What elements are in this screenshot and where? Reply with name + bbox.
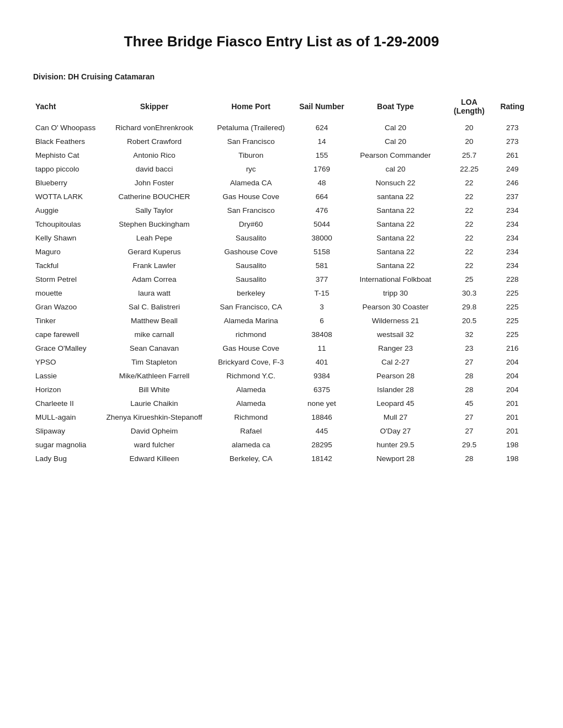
table-cell: 204 [497, 355, 530, 369]
table-cell: santana 22 [349, 190, 443, 204]
table-cell: berkeley [208, 286, 296, 300]
table-cell: San Francisco [208, 135, 296, 148]
table-cell: mike carnall [103, 328, 208, 341]
table-cell: 22 [444, 176, 497, 190]
table-cell: Cal 2-27 [349, 355, 443, 369]
table-row: Storm PetrelAdam CorreaSausalito377Inter… [33, 272, 530, 286]
table-row: HorizonBill WhiteAlameda6375Islander 282… [33, 383, 530, 397]
col-header-loa: LOA (Length) [444, 94, 497, 121]
table-cell: Sausalito [208, 231, 296, 245]
table-cell: David Opheim [103, 424, 208, 438]
table-cell: 581 [296, 259, 349, 272]
table-cell: 261 [497, 148, 530, 162]
table-cell: Sausalito [208, 259, 296, 272]
table-cell: Lassie [33, 369, 103, 383]
table-cell: Frank Lawler [103, 259, 208, 272]
table-cell: cal 20 [349, 162, 443, 176]
table-cell: tripp 30 [349, 286, 443, 300]
table-cell: Mull 27 [349, 410, 443, 424]
table-row: WOTTA LARKCatherine BOUCHERGas House Cov… [33, 190, 530, 204]
table-cell: alameda ca [208, 438, 296, 452]
table-cell: MULL-again [33, 410, 103, 424]
table-cell: cape farewell [33, 328, 103, 341]
table-cell: 11 [296, 341, 349, 355]
table-cell: Cal 20 [349, 121, 443, 135]
table-cell: Horizon [33, 383, 103, 397]
table-cell: 201 [497, 410, 530, 424]
table-cell: 6375 [296, 383, 349, 397]
table-cell: 45 [444, 397, 497, 410]
table-cell: 249 [497, 162, 530, 176]
table-cell: 234 [497, 245, 530, 259]
table-cell: 664 [296, 190, 349, 204]
table-cell: 5158 [296, 245, 349, 259]
table-cell: Mike/Kathleen Farrell [103, 369, 208, 383]
table-cell: 22 [444, 190, 497, 204]
table-cell: hunter 29.5 [349, 438, 443, 452]
table-cell: 225 [497, 314, 530, 328]
table-cell: Santana 22 [349, 259, 443, 272]
table-row: Mephisto CatAntonio RicoTiburon155Pearso… [33, 148, 530, 162]
table-cell: 6 [296, 314, 349, 328]
table-cell: 234 [497, 204, 530, 217]
table-cell: Blueberry [33, 176, 103, 190]
table-cell: Gran Wazoo [33, 300, 103, 314]
table-cell: 22 [444, 231, 497, 245]
table-cell: 27 [444, 355, 497, 369]
table-cell: 22 [444, 245, 497, 259]
table-cell: Robert Crawford [103, 135, 208, 148]
table-row: Charleete IILaurie ChaikinAlamedanone ye… [33, 397, 530, 410]
table-cell: John Foster [103, 176, 208, 190]
table-cell: International Folkboat [349, 272, 443, 286]
table-cell: david bacci [103, 162, 208, 176]
col-header-yacht: Yacht [33, 94, 103, 121]
table-row: mouettelaura wattberkeleyT-15tripp 3030.… [33, 286, 530, 300]
table-cell: Leopard 45 [349, 397, 443, 410]
table-cell: Cal 20 [349, 135, 443, 148]
table-row: Kelly ShawnLeah PepeSausalito38000Santan… [33, 231, 530, 245]
table-cell: Richard vonEhrenkrook [103, 121, 208, 135]
table-cell: 18846 [296, 410, 349, 424]
table-cell: sugar magnolia [33, 438, 103, 452]
table-cell: Newport 28 [349, 452, 443, 465]
table-row: Black FeathersRobert CrawfordSan Francis… [33, 135, 530, 148]
table-cell: Kelly Shawn [33, 231, 103, 245]
table-cell: ryc [208, 162, 296, 176]
table-cell: Rafael [208, 424, 296, 438]
table-cell: 198 [497, 452, 530, 465]
table-cell: Berkeley, CA [208, 452, 296, 465]
table-cell: Sally Taylor [103, 204, 208, 217]
table-cell: Alameda CA [208, 176, 296, 190]
table-cell: WOTTA LARK [33, 190, 103, 204]
table-cell: 234 [497, 231, 530, 245]
table-row: SlipawayDavid OpheimRafael445O'Day 27272… [33, 424, 530, 438]
table-cell: O'Day 27 [349, 424, 443, 438]
table-cell: Santana 22 [349, 245, 443, 259]
table-cell: Stephen Buckingham [103, 217, 208, 231]
page-title: Three Bridge Fiasco Entry List as of 1-2… [33, 33, 530, 50]
table-cell: Catherine BOUCHER [103, 190, 208, 204]
table-cell: Santana 22 [349, 204, 443, 217]
table-row: tappo piccolodavid bacciryc1769cal 2022.… [33, 162, 530, 176]
table-cell: Tinker [33, 314, 103, 328]
table-cell: laura watt [103, 286, 208, 300]
table-cell: Slipaway [33, 424, 103, 438]
division-label: Division: DH Cruising Catamaran [33, 72, 530, 81]
table-cell: Alameda Marina [208, 314, 296, 328]
table-cell: Pearson Commander [349, 148, 443, 162]
table-cell: 28 [444, 452, 497, 465]
table-cell: Tackful [33, 259, 103, 272]
table-cell: 228 [497, 272, 530, 286]
table-cell: Petaluma (Trailered) [208, 121, 296, 135]
table-cell: 5044 [296, 217, 349, 231]
table-cell: Charleete II [33, 397, 103, 410]
table-cell: Pearson 28 [349, 369, 443, 383]
table-row: TchoupitoulasStephen BuckinghamDry#60504… [33, 217, 530, 231]
table-cell: Sean Canavan [103, 341, 208, 355]
table-cell: Tiburon [208, 148, 296, 162]
table-cell: 32 [444, 328, 497, 341]
table-cell: Wilderness 21 [349, 314, 443, 328]
table-cell: 29.8 [444, 300, 497, 314]
table-cell: Nonsuch 22 [349, 176, 443, 190]
col-header-boattype: Boat Type [349, 94, 443, 121]
